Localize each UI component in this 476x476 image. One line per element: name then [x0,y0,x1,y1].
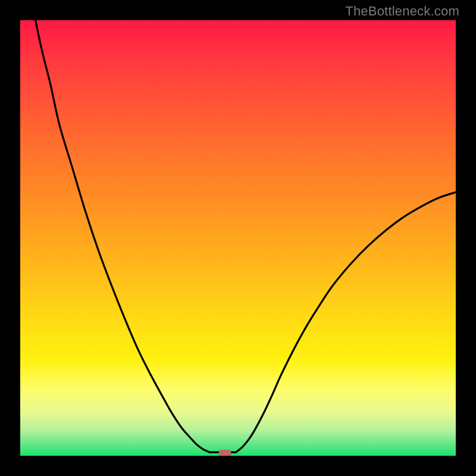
curve-layer [20,20,456,456]
chart-frame: TheBottleneck.com [0,0,476,476]
min-marker [219,450,231,456]
curve-left-branch [36,20,210,452]
curve-right-branch [236,192,456,452]
watermark-label: TheBottleneck.com [345,4,459,19]
plot-area [20,20,456,456]
